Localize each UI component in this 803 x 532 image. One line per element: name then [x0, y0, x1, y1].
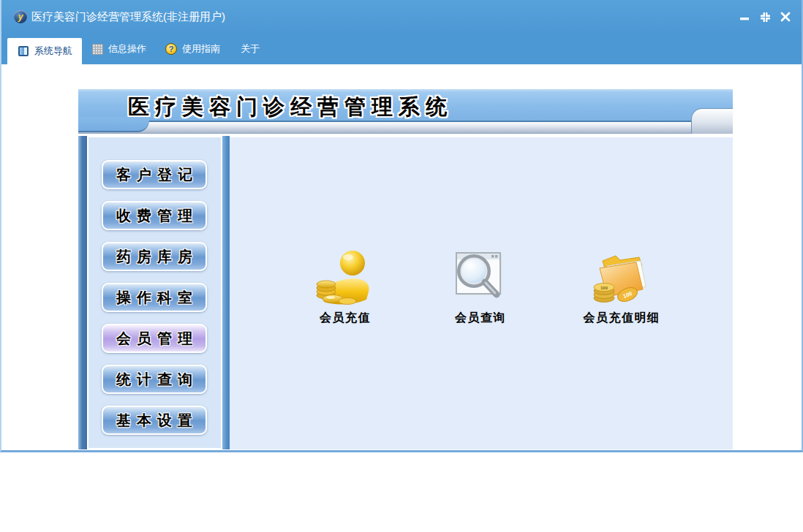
banner-title: 医疗美容门诊经营管理系统 — [128, 93, 453, 122]
help-icon: ? — [165, 43, 177, 55]
left-accent-strip — [78, 136, 87, 449]
shortcut-label: 会员查询 — [455, 311, 506, 326]
sidebar-item-member-management[interactable]: 会员管理 — [102, 324, 207, 353]
app-logo-icon: y — [14, 10, 27, 23]
desktop: y 医疗美容门诊经营管理系统(非注册用户) — [0, 0, 803, 532]
restore-icon — [760, 12, 771, 23]
shortcut-label: 会员充值明细 — [584, 311, 660, 326]
app-logo-letter: y — [18, 12, 23, 22]
shortcut-member-query[interactable]: 会员查询 — [429, 248, 532, 326]
tab-system-navigation[interactable]: 系统导航 — [7, 38, 82, 64]
sidebar-item-fee-management[interactable]: 收费管理 — [102, 201, 207, 230]
sidebar-divider — [222, 136, 230, 449]
sidebar-item-operation-department[interactable]: 操作科室 — [102, 283, 207, 312]
minimize-button[interactable] — [737, 10, 752, 24]
tab-label: 使用指南 — [182, 42, 220, 56]
client-area: 医疗美容门诊经营管理系统 客户登记 收费管理 药房库房 操作科室 会员管理 统计… — [1, 64, 802, 450]
window-controls — [737, 0, 793, 34]
app-window: y 医疗美容门诊经营管理系统(非注册用户) — [0, 0, 803, 452]
sidebar-item-customer-registration[interactable]: 客户登记 — [102, 160, 207, 189]
sidebar-item-pharmacy-warehouse[interactable]: 药房库房 — [102, 242, 207, 271]
tab-info-operations[interactable]: 信息操作 — [92, 34, 146, 64]
tab-label: 系统导航 — [34, 45, 72, 58]
sidebar-item-basic-settings[interactable]: 基本设置 — [102, 406, 207, 435]
minimize-icon — [739, 12, 750, 22]
main-panel: 会员充值 — [230, 136, 733, 449]
tabstrip: 系统导航 信息操作 ? 使用指南 关于 — [1, 34, 802, 64]
close-button[interactable] — [778, 10, 793, 24]
shortcut-recharge-details[interactable]: 100 100 会员充值明细 — [570, 248, 673, 326]
tab-user-guide[interactable]: ? 使用指南 — [165, 34, 220, 64]
coin-value-label: 100 — [600, 286, 608, 290]
banner: 医疗美容门诊经营管理系统 — [78, 88, 733, 134]
recharge-details-icon: 100 100 — [591, 248, 652, 305]
sidebar-item-statistics-query[interactable]: 统计查询 — [102, 365, 207, 394]
shortcut-member-recharge[interactable]: 会员充值 — [294, 248, 396, 326]
tab-label: 信息操作 — [108, 42, 146, 56]
tab-about[interactable]: 关于 — [241, 34, 260, 64]
shortcut-label: 会员充值 — [320, 311, 371, 326]
sidebar: 客户登记 收费管理 药房库房 操作科室 会员管理 统计查询 基本设置 — [87, 136, 222, 449]
banner-strip — [78, 122, 733, 134]
help-glyph: ? — [169, 45, 174, 53]
window-title: 医疗美容门诊经营管理系统(非注册用户) — [31, 0, 225, 34]
tab-label: 关于 — [241, 42, 260, 56]
member-recharge-icon — [314, 248, 376, 305]
restore-button[interactable] — [758, 10, 772, 24]
navigation-square-icon — [18, 46, 29, 56]
grid-icon — [92, 44, 103, 55]
banner-right-tab — [691, 108, 733, 134]
content-row: 客户登记 收费管理 药房库房 操作科室 会员管理 统计查询 基本设置 — [78, 136, 733, 449]
member-search-icon — [450, 248, 511, 305]
close-icon — [780, 12, 791, 22]
titlebar: y 医疗美容门诊经营管理系统(非注册用户) — [1, 0, 802, 34]
